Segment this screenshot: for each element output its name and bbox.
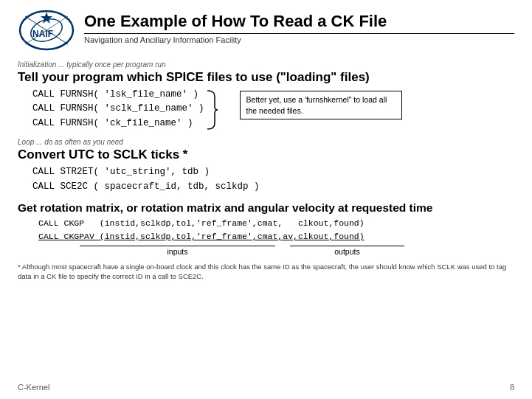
furnsh-code: CALL FURNSH( 'lsk_file_name' ) CALL FURN… (32, 88, 204, 131)
section1-title: Tell your program which SPICE files to u… (18, 70, 514, 85)
section2-title: Convert UTC to SCLK ticks * (18, 148, 514, 162)
section-loop: Loop ... do as often as you need Convert… (18, 138, 514, 194)
ckgp-lines: CALL CKGP (instid,sclkdp,tol,'ref_frame'… (38, 217, 365, 244)
svg-text:NAIF: NAIF (32, 29, 53, 39)
logo-container: NAIF (18, 9, 77, 53)
furnsh-callout: Better yet, use a 'furnshkernel" to load… (240, 91, 402, 119)
sce2c-line: CALL SCE2C ( spacecraft_id, tdb, sclkdp … (32, 180, 514, 194)
svg-marker-4 (41, 12, 52, 24)
init-label: Initialization ... typically once per pr… (18, 60, 514, 69)
footer: C-Kernel 8 (18, 383, 514, 392)
naif-logo: NAIF (18, 9, 75, 52)
furnsh-line-1: CALL FURNSH( 'lsk_file_name' ) (32, 88, 204, 102)
loop-label: Loop ... do as often as you need (18, 138, 514, 146)
page: NAIF One Example of How To Read a CK Fil… (0, 0, 532, 399)
inputs-label: inputs (80, 246, 275, 256)
callout-text: Better yet, use a 'furnshkernel" to load… (246, 95, 387, 115)
ckgp-row: CALL CKGP (instid,sclkdp,tol,'ref_frame'… (32, 217, 514, 244)
main-title: One Example of How To Read a CK File (84, 12, 514, 31)
footer-right: 8 (510, 383, 514, 392)
ckgp-line2: CALL CKGPAV (instid,sclkdp,tol,'ref_fram… (38, 230, 365, 243)
str2et-line: CALL STR2ET( 'utc_string', tdb ) (32, 165, 514, 179)
furnsh-line-2: CALL FURNSH( 'sclk_file_name' ) (32, 102, 204, 116)
footnote-text: * Although most spacecraft have a single… (18, 263, 506, 280)
section-rotation: Get rotation matrix, or rotation matrix … (18, 201, 514, 256)
brace-icon (204, 89, 218, 131)
io-labels: inputs outputs (80, 246, 514, 256)
outputs-label: outputs (290, 246, 404, 256)
rotation-title: Get rotation matrix, or rotation matrix … (18, 201, 514, 215)
loop-code: CALL STR2ET( 'utc_string', tdb ) CALL SC… (32, 165, 514, 194)
ckgp-line1: CALL CKGP (instid,sclkdp,tol,'ref_frame'… (38, 217, 365, 230)
furnsh-area: CALL FURNSH( 'lsk_file_name' ) CALL FURN… (18, 88, 514, 131)
subtitle: Navigation and Ancillary Information Fac… (84, 35, 514, 44)
title-divider (84, 33, 514, 34)
furnsh-line-3: CALL FURNSH( 'ck_file_name' ) (32, 117, 204, 131)
footnote: * Although most spacecraft have a single… (18, 262, 514, 282)
section-init: Initialization ... typically once per pr… (18, 60, 514, 131)
header-text: One Example of How To Read a CK File Nav… (84, 9, 514, 44)
header: NAIF One Example of How To Read a CK Fil… (18, 9, 514, 53)
footer-left: C-Kernel (18, 383, 49, 392)
